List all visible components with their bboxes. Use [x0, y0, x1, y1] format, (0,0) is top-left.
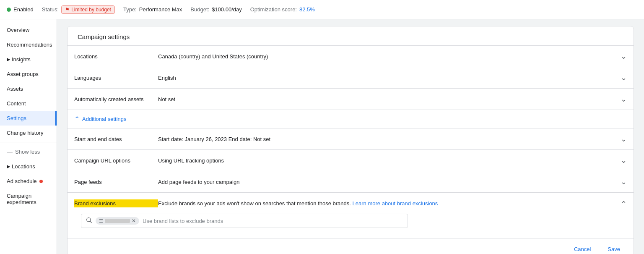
- enabled-status: Enabled: [7, 6, 34, 13]
- brand-excl-title-col: Brand exclusions: [74, 199, 158, 207]
- page-feeds-row[interactable]: Page feeds Add page feeds to your campai…: [68, 171, 634, 192]
- languages-chevron-icon: ⌄: [621, 73, 627, 82]
- status-badge: ⚑ Limited by budget: [61, 5, 115, 14]
- main-layout: Overview Recommendations ▶ Insights Asse…: [0, 19, 644, 254]
- brand-excl-description: Exclude brands so your ads won't show on…: [158, 200, 351, 207]
- campaign-url-chevron-icon: ⌄: [621, 156, 627, 165]
- brand-excl-learn-more[interactable]: Learn more about brand exclusions: [353, 200, 438, 207]
- sidebar: Overview Recommendations ▶ Insights Asse…: [0, 19, 57, 254]
- page-feeds-value: Add page feeds to your campaign: [158, 179, 621, 185]
- warning-icon: ⚑: [65, 7, 70, 13]
- sidebar-item-assets[interactable]: Assets: [0, 81, 57, 96]
- sidebar-item-content[interactable]: Content: [0, 96, 57, 111]
- enabled-label: Enabled: [13, 6, 34, 13]
- sidebar-item-asset-groups[interactable]: Asset groups: [0, 67, 57, 81]
- svg-line-1: [90, 221, 92, 223]
- sidebar-item-settings[interactable]: Settings: [0, 111, 57, 126]
- budget-section: Budget: $100.00/day: [190, 6, 242, 13]
- optimization-section: Optimization score: 82.5%: [250, 6, 315, 13]
- locations-arrow-icon: ▶: [7, 164, 10, 169]
- cancel-button[interactable]: Cancel: [567, 243, 597, 254]
- locations-value: Canada (country) and United States (coun…: [158, 53, 621, 60]
- start-end-dates-chevron-icon: ⌄: [621, 134, 627, 144]
- action-row: Cancel Save: [68, 238, 634, 254]
- brand-exclusions-section: Brand exclusions Exclude brands so your …: [68, 192, 634, 235]
- brand-excl-collapse-icon[interactable]: ⌃: [621, 199, 627, 209]
- svg-point-0: [87, 218, 91, 222]
- brand-input-row: ☰ ✕ Use brand lists to exclude brands: [74, 209, 627, 231]
- type-value: Performance Max: [139, 6, 182, 13]
- brand-search-placeholder: Use brand lists to exclude brands: [143, 218, 223, 224]
- budget-value: $100.00/day: [212, 6, 242, 13]
- ad-schedule-alert-dot: [39, 180, 43, 183]
- sidebar-item-recommendations[interactable]: Recommendations: [0, 37, 57, 52]
- chip-text: [105, 219, 130, 223]
- start-end-dates-row[interactable]: Start and end dates Start date: January …: [68, 128, 634, 149]
- budget-label: Budget:: [190, 6, 209, 13]
- start-end-dates-value: Start date: January 26, 2023 End date: N…: [158, 136, 621, 142]
- optimization-score[interactable]: 82.5%: [299, 6, 315, 13]
- locations-row[interactable]: Locations Canada (country) and United St…: [68, 45, 634, 67]
- arrow-icon: ▶: [7, 57, 10, 62]
- locations-label: Locations: [74, 53, 158, 60]
- status-section: Status: ⚑ Limited by budget: [42, 5, 115, 14]
- dash-icon: —: [7, 148, 13, 155]
- sidebar-item-insights[interactable]: ▶ Insights: [0, 52, 57, 67]
- brand-chip: ☰ ✕: [96, 217, 139, 225]
- page-feeds-label: Page feeds: [74, 179, 158, 185]
- locations-chevron-icon: ⌄: [621, 52, 627, 61]
- auto-assets-chevron-icon: ⌄: [621, 94, 627, 104]
- optimization-label: Optimization score:: [250, 6, 297, 13]
- card-title: Campaign settings: [68, 26, 634, 45]
- brand-exclusions-title: Brand exclusions: [74, 199, 158, 207]
- languages-label: Languages: [74, 75, 158, 81]
- campaign-url-label: Campaign URL options: [74, 157, 158, 164]
- main-content: Campaign settings Locations Canada (coun…: [57, 19, 644, 254]
- page-feeds-chevron-icon: ⌄: [621, 177, 627, 186]
- auto-assets-row[interactable]: Automatically created assets Not set ⌄: [68, 88, 634, 110]
- sidebar-item-ad-schedule[interactable]: Ad schedule: [0, 174, 57, 189]
- status-label: Status:: [42, 6, 59, 13]
- sidebar-item-change-history[interactable]: Change history: [0, 126, 57, 140]
- sidebar-item-campaign-experiments[interactable]: Campaignexperiments: [0, 189, 57, 209]
- additional-settings-label: Additional settings: [82, 116, 127, 122]
- chip-list-icon: ☰: [99, 218, 103, 224]
- start-end-dates-label: Start and end dates: [74, 136, 158, 142]
- topbar: Enabled Status: ⚑ Limited by budget Type…: [0, 0, 644, 19]
- chip-close-icon[interactable]: ✕: [132, 218, 136, 224]
- auto-assets-value: Not set: [158, 96, 621, 102]
- auto-assets-label: Automatically created assets: [74, 96, 158, 102]
- enabled-dot: [7, 8, 11, 12]
- campaign-url-value: Using URL tracking options: [158, 157, 621, 164]
- sidebar-item-overview[interactable]: Overview: [0, 23, 57, 37]
- brand-excl-header: Brand exclusions Exclude brands so your …: [74, 199, 627, 209]
- type-label: Type:: [123, 6, 137, 13]
- additional-settings-chevron-up-icon: ⌃: [74, 115, 80, 123]
- sidebar-divider: [0, 142, 57, 142]
- languages-value: English: [158, 75, 621, 81]
- additional-settings-toggle[interactable]: ⌃ Additional settings: [68, 110, 634, 128]
- campaign-settings-card: Campaign settings Locations Canada (coun…: [67, 26, 634, 254]
- save-button[interactable]: Save: [601, 243, 627, 254]
- sidebar-show-less[interactable]: — Show less: [0, 144, 57, 159]
- campaign-url-options-row[interactable]: Campaign URL options Using URL tracking …: [68, 149, 634, 171]
- sidebar-item-locations[interactable]: ▶ Locations: [0, 159, 57, 174]
- status-value: Limited by budget: [71, 7, 111, 13]
- type-section: Type: Performance Max: [123, 6, 182, 13]
- brand-search-box[interactable]: ☰ ✕ Use brand lists to exclude brands: [81, 214, 408, 228]
- languages-row[interactable]: Languages English ⌄: [68, 67, 634, 88]
- brand-excl-desc: Exclude brands so your ads won't show on…: [158, 199, 617, 208]
- search-icon: [86, 217, 92, 225]
